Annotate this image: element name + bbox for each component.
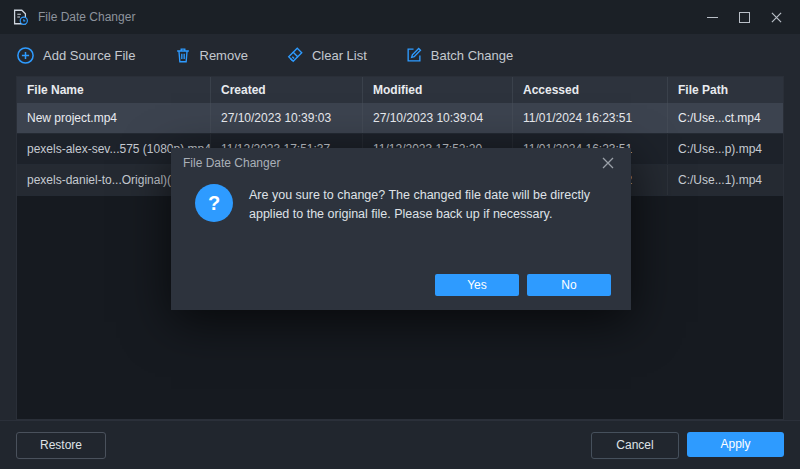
close-icon [602, 157, 614, 169]
toolbar-item-label: Add Source File [43, 48, 136, 63]
clear-list-button[interactable]: Clear List [286, 46, 367, 64]
minimize-icon [707, 17, 718, 18]
footer-actions: Cancel Apply [591, 432, 784, 459]
confirm-dialog: File Date Changer ? Are you sure to chan… [171, 148, 631, 310]
no-button[interactable]: No [527, 274, 611, 296]
cell-file-path: C:/Use...1).mp4 [667, 165, 783, 195]
batch-change-button[interactable]: Batch Change [405, 46, 513, 64]
dialog-title-bar: File Date Changer [171, 148, 631, 178]
toolbar-item-label: Clear List [312, 48, 367, 63]
trash-icon [174, 46, 192, 64]
add-source-file-button[interactable]: Add Source File [16, 46, 136, 65]
cell-modified: 27/10/2023 10:39:04 [362, 103, 512, 133]
restore-button[interactable]: Restore [16, 432, 106, 459]
close-icon [771, 12, 782, 23]
dialog-body: ? Are you sure to change? The changed fi… [171, 178, 631, 225]
cell-file-path: C:/Use...p).mp4 [667, 134, 783, 164]
toolbar-item-label: Remove [200, 48, 248, 63]
column-header-modified[interactable]: Modified [362, 77, 512, 103]
question-mark-icon: ? [195, 184, 233, 222]
column-header-file-name[interactable]: File Name [17, 77, 210, 103]
app-logo-icon [10, 7, 30, 27]
maximize-icon [739, 12, 750, 23]
dialog-title: File Date Changer [183, 156, 280, 170]
dialog-buttons: Yes No [435, 274, 611, 296]
edit-icon [405, 46, 423, 64]
cell-accessed: 11/01/2024 16:23:51 [512, 103, 667, 133]
column-header-accessed[interactable]: Accessed [512, 77, 667, 103]
cell-file-path: C:/Use...ct.mp4 [667, 103, 783, 133]
cancel-button[interactable]: Cancel [591, 432, 679, 459]
table-row[interactable]: New project.mp4 27/10/2023 10:39:03 27/1… [17, 103, 783, 134]
footer-bar: Restore Cancel Apply [0, 420, 800, 469]
broom-icon [286, 46, 304, 64]
dialog-message: Are you sure to change? The changed file… [249, 184, 607, 225]
apply-button[interactable]: Apply [687, 432, 784, 457]
window-title: File Date Changer [38, 10, 135, 24]
toolbar-item-label: Batch Change [431, 48, 513, 63]
column-header-file-path[interactable]: File Path [667, 77, 783, 103]
cell-created: 27/10/2023 10:39:03 [210, 103, 362, 133]
app-window: File Date Changer Add Source File Remove [0, 0, 800, 469]
cell-file-name: New project.mp4 [17, 103, 210, 133]
dialog-close-button[interactable] [597, 152, 619, 174]
yes-button[interactable]: Yes [435, 274, 519, 296]
close-button[interactable] [760, 3, 792, 31]
window-controls [696, 3, 792, 31]
column-header-created[interactable]: Created [210, 77, 362, 103]
remove-button[interactable]: Remove [174, 46, 248, 64]
toolbar: Add Source File Remove Clear List Batch … [0, 34, 800, 76]
title-bar: File Date Changer [0, 0, 800, 34]
minimize-button[interactable] [696, 3, 728, 31]
maximize-button[interactable] [728, 3, 760, 31]
add-circle-icon [16, 46, 35, 65]
table-header: File Name Created Modified Accessed File… [17, 77, 783, 103]
